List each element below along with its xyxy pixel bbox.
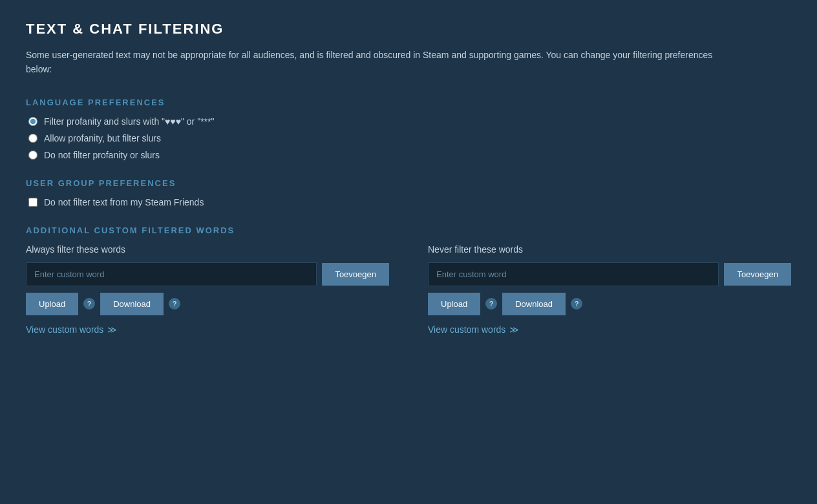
always-filter-add-button[interactable]: Toevoegen [322,263,389,286]
checkbox-item-friends[interactable]: Do not filter text from my Steam Friends [28,197,791,207]
never-filter-upload-button[interactable]: Upload [428,293,480,315]
always-filter-download-help-icon[interactable]: ? [169,298,180,310]
never-filter-chevron-icon: ≫ [509,324,519,335]
never-filter-view-link-text: View custom words [428,324,505,335]
never-filter-label: Never filter these words [428,244,791,255]
radio-label-filter-slurs: Allow profanity, but filter slurs [44,133,161,143]
always-filter-chevron-icon: ≫ [107,324,117,335]
always-filter-column: Always filter these words Toevoegen Uplo… [26,244,389,335]
radio-label-no-filter: Do not filter profanity or slurs [44,150,160,160]
always-filter-view-link-text: View custom words [26,324,103,335]
page-description: Some user-generated text may not be appr… [26,48,737,77]
always-filter-download-button[interactable]: Download [100,293,164,315]
never-filter-download-button[interactable]: Download [502,293,566,315]
radio-no-filter[interactable] [28,151,37,160]
never-filter-buttons-row: Upload ? Download ? [428,293,791,315]
checkbox-label-friends: Do not filter text from my Steam Friends [44,197,204,207]
radio-filter-all[interactable] [28,117,37,126]
custom-filtered-words-title: ADDITIONAL CUSTOM FILTERED WORDS [26,226,791,235]
always-filter-label: Always filter these words [26,244,389,255]
always-filter-upload-help-icon[interactable]: ? [83,298,95,310]
always-filter-upload-button[interactable]: Upload [26,293,78,315]
never-filter-input[interactable] [428,262,719,286]
language-preferences-section: LANGUAGE PREFERENCES Filter profanity an… [26,98,791,160]
always-filter-view-link[interactable]: View custom words ≫ [26,324,389,335]
custom-filtered-words-section: ADDITIONAL CUSTOM FILTERED WORDS Always … [26,226,791,335]
never-filter-download-help-icon[interactable]: ? [571,298,582,310]
never-filter-column: Never filter these words Toevoegen Uploa… [428,244,791,335]
never-filter-view-link[interactable]: View custom words ≫ [428,324,791,335]
radio-item-filter-all[interactable]: Filter profanity and slurs with "♥♥♥" or… [28,116,791,127]
never-filter-add-button[interactable]: Toevoegen [724,263,791,286]
user-group-preferences-title: USER GROUP PREFERENCES [26,178,791,188]
page-container: TEXT & CHAT FILTERING Some user-generate… [0,0,817,504]
radio-item-no-filter[interactable]: Do not filter profanity or slurs [28,150,791,160]
language-preferences-title: LANGUAGE PREFERENCES [26,98,791,107]
radio-item-filter-slurs[interactable]: Allow profanity, but filter slurs [28,133,791,143]
always-filter-input-row: Toevoegen [26,262,389,286]
never-filter-upload-help-icon[interactable]: ? [485,298,497,310]
page-title: TEXT & CHAT FILTERING [26,21,791,37]
radio-label-filter-all: Filter profanity and slurs with "♥♥♥" or… [44,116,214,127]
custom-words-container: Always filter these words Toevoegen Uplo… [26,244,791,335]
language-radio-group: Filter profanity and slurs with "♥♥♥" or… [28,116,791,160]
always-filter-buttons-row: Upload ? Download ? [26,293,389,315]
always-filter-input[interactable] [26,262,317,286]
user-group-preferences-section: USER GROUP PREFERENCES Do not filter tex… [26,178,791,207]
radio-filter-slurs[interactable] [28,134,37,143]
never-filter-input-row: Toevoegen [428,262,791,286]
checkbox-friends[interactable] [28,198,37,207]
